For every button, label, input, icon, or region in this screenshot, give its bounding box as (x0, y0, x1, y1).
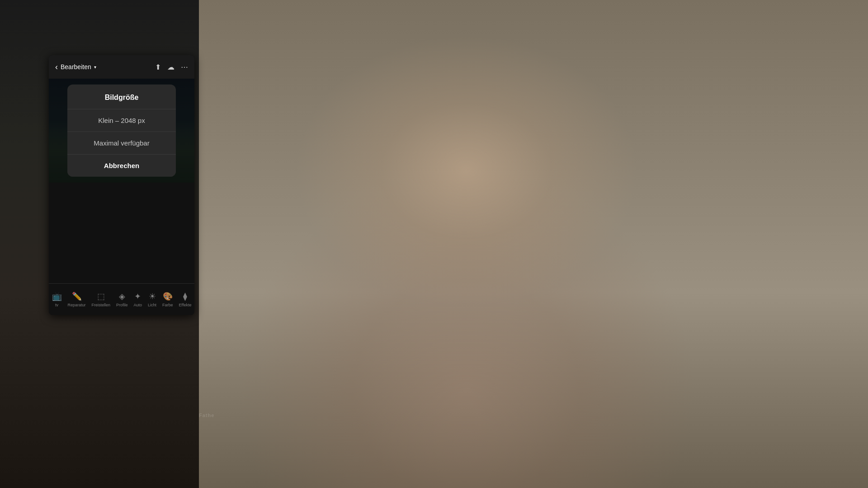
profile-sync-icon[interactable]: ☁ (167, 63, 175, 71)
bottom-toolbar: 📺 tv ✏️ Reparatur ⬚ Freistellen ◈ Profil… (49, 283, 194, 315)
toolbar-label-crop: Freistellen (92, 303, 111, 307)
phone-screen: ‹ Bearbeiten ▾ ⬆ ☁ ⋯ Bildgröße Klein – 2… (49, 55, 194, 315)
dialog-overlay: Bildgröße Klein – 2048 px Maximal verfüg… (49, 79, 194, 183)
light-icon: ☀ (149, 291, 156, 301)
share-icon[interactable]: ⬆ (155, 63, 161, 71)
topbar-title: Bearbeiten (61, 63, 91, 70)
app-topbar: ‹ Bearbeiten ▾ ⬆ ☁ ⋯ (49, 55, 194, 79)
cancel-button[interactable]: Abbrechen (67, 155, 176, 177)
toolbar-item-profile[interactable]: ◈ Profile (116, 291, 128, 307)
small-size-option[interactable]: Klein – 2048 px (67, 109, 176, 132)
repair-icon: ✏️ (72, 291, 82, 301)
tv-icon: 📺 (52, 291, 62, 301)
toolbar-item-color[interactable]: 🎨 Farbe (162, 291, 173, 307)
color-icon: 🎨 (163, 291, 173, 301)
image-size-dialog: Bildgröße Klein – 2048 px Maximal verfüg… (67, 84, 176, 177)
toolbar-item-light[interactable]: ☀ Licht (148, 291, 156, 307)
max-size-option[interactable]: Maximal verfügbar (67, 132, 176, 155)
toolbar-item-auto[interactable]: ✦ Auto (134, 291, 142, 307)
watermark-text: Fathe (199, 413, 214, 418)
effects-icon: ⧫ (183, 291, 187, 301)
toolbar-label-profile: Profile (116, 303, 128, 307)
person-background (199, 0, 868, 488)
toolbar-label-color: Farbe (162, 303, 173, 307)
toolbar-label-effects: Effekte (179, 303, 192, 307)
image-preview: Bildgröße Klein – 2048 px Maximal verfüg… (49, 79, 194, 183)
toolbar-item-effects[interactable]: ⧫ Effekte (179, 291, 192, 307)
crop-icon: ⬚ (97, 291, 105, 301)
toolbar-label-light: Licht (148, 303, 156, 307)
toolbar-label-tv: tv (55, 303, 58, 307)
profile-icon: ◈ (119, 291, 125, 301)
toolbar-item-tv[interactable]: 📺 tv (52, 291, 62, 307)
auto-icon: ✦ (134, 291, 141, 301)
toolbar-label-auto: Auto (134, 303, 142, 307)
more-options-icon[interactable]: ⋯ (181, 63, 188, 71)
toolbar-item-repair[interactable]: ✏️ Reparatur (68, 291, 86, 307)
dropdown-arrow-icon[interactable]: ▾ (94, 65, 96, 70)
back-button[interactable]: ‹ (55, 62, 58, 72)
topbar-left: ‹ Bearbeiten ▾ (55, 62, 96, 72)
dialog-title: Bildgröße (67, 84, 176, 109)
toolbar-label-repair: Reparatur (68, 303, 86, 307)
topbar-right: ⬆ ☁ ⋯ (155, 63, 188, 71)
toolbar-item-crop[interactable]: ⬚ Freistellen (92, 291, 111, 307)
